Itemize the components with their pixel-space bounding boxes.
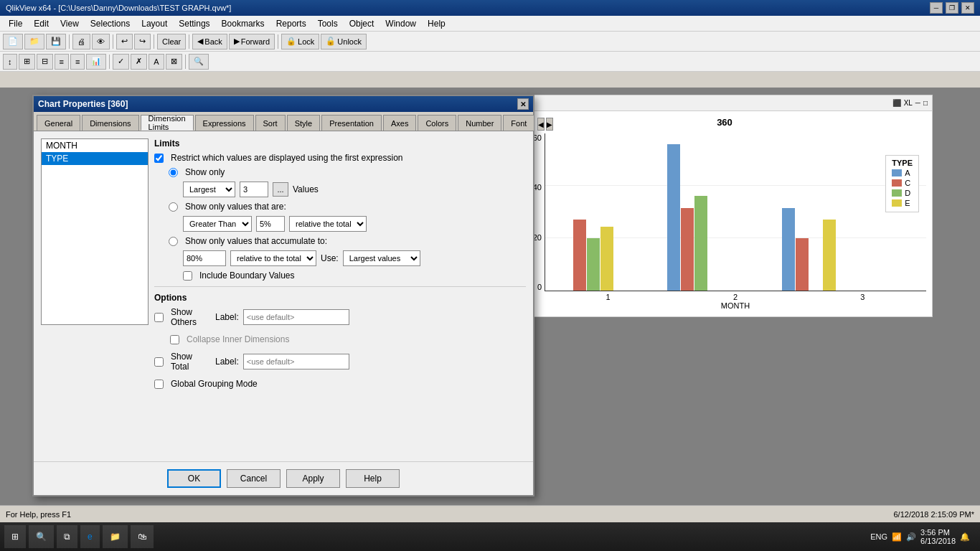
global-grouping-checkbox[interactable] <box>154 380 164 389</box>
tb2-btn1[interactable]: ↕ <box>3 54 17 70</box>
menu-bookmarks[interactable]: Bookmarks <box>216 17 270 30</box>
dim-type[interactable]: TYPE <box>42 152 148 165</box>
show-values-radio[interactable] <box>169 202 178 212</box>
tab-expressions[interactable]: Expressions <box>195 115 254 131</box>
largest-select[interactable]: Largest Smallest <box>183 182 235 197</box>
menu-window[interactable]: Window <box>380 17 422 30</box>
print-button[interactable]: 🖨 <box>72 34 90 50</box>
greater-than-select[interactable]: Greater Than Less Than <box>183 216 252 232</box>
show-others-checkbox[interactable] <box>154 313 164 322</box>
collapse-inner-checkbox[interactable] <box>170 335 179 344</box>
global-grouping-label: Global Grouping Mode <box>171 379 258 389</box>
tab-dimension-limits[interactable]: Dimension Limits <box>141 115 194 131</box>
task-view-button[interactable]: ⧉ <box>57 525 77 548</box>
forward-icon: ▶ <box>234 37 240 46</box>
cancel-button[interactable]: Cancel <box>227 469 281 488</box>
tb2-btn6[interactable]: 📊 <box>86 54 106 70</box>
menu-view[interactable]: View <box>55 17 85 30</box>
tb2-search[interactable]: 🔍 <box>189 54 209 70</box>
tab-number[interactable]: Number <box>458 115 501 131</box>
open-button[interactable]: 📁 <box>24 34 44 50</box>
boundary-checkbox[interactable] <box>183 271 192 281</box>
tb2-btn2[interactable]: ⊞ <box>19 54 35 70</box>
new-button[interactable]: 📄 <box>3 34 23 50</box>
largest-values-select[interactable]: Largest values Smallest values <box>343 250 420 266</box>
chart-restore-button[interactable]: □ <box>923 99 928 107</box>
percent-input[interactable] <box>256 216 285 232</box>
menu-object[interactable]: Object <box>344 17 380 30</box>
tab-presentation[interactable]: Presentation <box>321 115 382 131</box>
dialog-close-button[interactable]: ✕ <box>517 98 529 110</box>
menu-tools[interactable]: Tools <box>312 17 344 30</box>
tab-sort[interactable]: Sort <box>255 115 286 131</box>
taskbar: ⊞ 🔍 ⧉ e 📁 🛍 ENG 📶 🔊 3:56 PM 6/13/2018 🔔 <box>0 522 980 551</box>
menu-file[interactable]: File <box>3 17 28 30</box>
search-taskbar-button[interactable]: 🔍 <box>29 525 54 548</box>
unlock-button[interactable]: 🔓 Unlock <box>321 34 367 50</box>
minimize-button[interactable]: ─ <box>930 2 943 14</box>
tab-prev-button[interactable]: ◀ <box>537 118 545 131</box>
tab-next-button[interactable]: ▶ <box>546 118 553 131</box>
tab-style[interactable]: Style <box>287 115 320 131</box>
menu-reports[interactable]: Reports <box>270 17 312 30</box>
accumulate-radio[interactable] <box>169 237 178 246</box>
menu-edit[interactable]: Edit <box>28 17 55 30</box>
tab-axes[interactable]: Axes <box>383 115 416 131</box>
preview-button[interactable]: 👁 <box>92 34 110 50</box>
chart-minimize-button[interactable]: ─ <box>915 99 920 107</box>
legend-color-E <box>892 199 902 207</box>
file-explorer-button[interactable]: 📁 <box>103 525 128 548</box>
redo-button[interactable]: ↪ <box>134 34 151 50</box>
tb2-btn9[interactable]: A <box>149 54 164 70</box>
tb2-btn8[interactable]: ✗ <box>131 54 147 70</box>
values-browse-button[interactable]: ... <box>273 182 288 197</box>
tab-general[interactable]: General <box>37 115 80 131</box>
help-button[interactable]: Help <box>346 469 400 488</box>
dim-month[interactable]: MONTH <box>42 139 148 152</box>
apply-button[interactable]: Apply <box>286 469 340 488</box>
tb2-btn5[interactable]: ≡ <box>70 54 85 70</box>
show-total-checkbox[interactable] <box>154 357 164 367</box>
toolbar-main: 📄 📁 💾 🖨 👁 ↩ ↪ Clear ◀ Back ▶ Forward 🔒 L… <box>0 32 980 52</box>
forward-label: Forward <box>241 37 270 46</box>
start-button[interactable]: ⊞ <box>4 525 26 548</box>
forward-button[interactable]: ▶ Forward <box>229 34 275 50</box>
back-button[interactable]: ◀ Back <box>192 34 227 50</box>
global-grouping-row: Global Grouping Mode <box>154 379 349 389</box>
network-icon: 📶 <box>892 532 902 542</box>
close-button[interactable]: ✕ <box>961 2 974 14</box>
tb2-btn10[interactable]: ⊠ <box>166 54 182 70</box>
x-label-2: 2 <box>733 293 738 301</box>
chart-icon1[interactable]: ⬛ <box>892 99 901 107</box>
relative-total-select[interactable]: relative the total relative the max abso… <box>289 216 367 232</box>
menu-settings[interactable]: Settings <box>173 17 215 30</box>
ok-button[interactable]: OK <box>167 469 221 488</box>
lock-button[interactable]: 🔒 Lock <box>281 34 319 50</box>
values-count-input[interactable] <box>240 182 268 197</box>
tb2-btn3[interactable]: ⊟ <box>37 54 53 70</box>
chart-legend: TYPE A C D <box>885 155 919 212</box>
menu-selections[interactable]: Selections <box>85 17 136 30</box>
restore-button[interactable]: ❐ <box>946 2 958 14</box>
tab-colors[interactable]: Colors <box>418 115 456 131</box>
tab-font[interactable]: Font <box>503 115 534 131</box>
tb2-btn7[interactable]: ✓ <box>113 54 129 70</box>
restrict-checkbox[interactable] <box>154 154 164 163</box>
undo-button[interactable]: ↩ <box>116 34 133 50</box>
chart-controls: ⬛ XL ─ □ <box>892 99 928 107</box>
chart-xl-button[interactable]: XL <box>904 99 913 107</box>
menu-help[interactable]: Help <box>422 17 451 30</box>
store-button[interactable]: 🛍 <box>131 525 154 548</box>
tab-dimensions[interactable]: Dimensions <box>82 115 138 131</box>
accumulate-relative-select[interactable]: relative to the total relative to the ma… <box>230 250 316 266</box>
save-button[interactable]: 💾 <box>46 34 66 50</box>
chart-window: 360 ⬛ XL ─ □ 360 60 40 20 0 <box>517 95 933 317</box>
tb2-btn4[interactable]: ≡ <box>55 54 69 70</box>
show-only-radio[interactable] <box>169 168 178 177</box>
total-label-input[interactable] <box>243 354 349 369</box>
others-label-input[interactable] <box>243 309 349 325</box>
clear-button[interactable]: Clear <box>157 34 186 50</box>
menu-layout[interactable]: Layout <box>136 17 173 30</box>
edge-button[interactable]: e <box>80 525 100 548</box>
accumulate-input[interactable] <box>183 250 226 266</box>
